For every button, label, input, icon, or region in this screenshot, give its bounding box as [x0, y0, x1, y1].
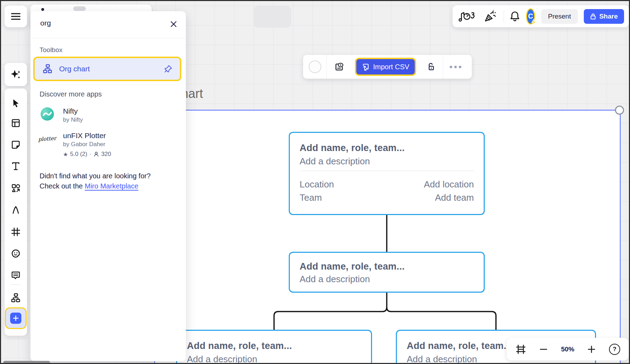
node-title[interactable]: Add name, role, team... — [300, 143, 405, 154]
comment-icon — [11, 270, 21, 280]
sparkle-icon — [10, 69, 22, 80]
app-installs: 320 — [101, 151, 111, 158]
board-header-dot — [41, 8, 44, 11]
node-title[interactable]: Add name, role, team... — [300, 261, 405, 272]
select-tool[interactable] — [5, 95, 27, 111]
apps-search-panel: org Toolbox Org chart Discover more apps… — [30, 11, 186, 361]
notifications-button[interactable] — [510, 9, 520, 24]
share-button[interactable]: Share — [584, 9, 624, 24]
ellipsis-icon — [450, 66, 461, 68]
upload-icon — [362, 63, 370, 71]
org-chart-tool[interactable] — [5, 290, 27, 306]
shapes-tool[interactable] — [5, 180, 27, 196]
node-title[interactable]: Add name, role, team... — [187, 341, 292, 351]
templates-icon — [11, 118, 21, 128]
lightning-badge-icon — [531, 19, 537, 26]
users-icon — [93, 151, 99, 157]
pin-icon[interactable] — [164, 64, 173, 73]
frame-resize-handle[interactable] — [615, 106, 624, 115]
close-panel-button[interactable] — [169, 20, 178, 29]
zoom-level[interactable]: 50% — [561, 345, 574, 353]
node-field-value[interactable]: Add location — [424, 179, 474, 190]
node-field-value[interactable]: Add team — [435, 192, 474, 203]
hamburger-icon — [10, 12, 21, 21]
node-field-label: Location — [300, 179, 334, 190]
zoom-in-button[interactable] — [586, 342, 597, 356]
meta-dot: · — [89, 151, 91, 158]
frame-tool[interactable] — [5, 224, 27, 240]
bell-icon — [510, 10, 520, 22]
frame-context-toolbar: Import CSV — [303, 55, 472, 79]
top-right-toolbar: C Present Share — [453, 5, 629, 27]
stickers-tool[interactable] — [5, 246, 27, 261]
check-out-text: Check out the — [40, 182, 83, 190]
text-tool[interactable] — [5, 158, 27, 174]
org-node-child-left[interactable]: Add name, role, team... Add a descriptio… — [176, 330, 372, 364]
sticky-note-tool[interactable] — [5, 137, 27, 152]
plus-icon — [587, 345, 596, 354]
node-title[interactable]: Add name, role, team... — [407, 341, 512, 351]
frame-icon — [11, 227, 21, 237]
hidden-toolbar-fragment — [253, 6, 291, 28]
help-glyph: ? — [613, 346, 616, 353]
org-node-middle[interactable]: Add name, role, team... Add a descriptio… — [289, 252, 485, 293]
main-menu-button[interactable] — [5, 6, 27, 27]
lock-button[interactable] — [420, 55, 443, 79]
node-field-label: Team — [300, 192, 322, 203]
reactions-button[interactable] — [483, 9, 498, 24]
node-description[interactable]: Add a description — [407, 354, 477, 364]
present-button[interactable]: Present — [541, 9, 578, 24]
unlock-icon — [426, 62, 436, 72]
org-chart-result-label: Org chart — [59, 65, 90, 73]
app-result-unfix-plotter[interactable]: plotter unFIX Plotter by Gabor Daher ★ 5… — [30, 131, 186, 161]
preview-visibility-button[interactable] — [327, 55, 351, 79]
text-icon — [11, 161, 21, 171]
frame-color-swatch[interactable] — [303, 55, 327, 79]
node-divider — [300, 171, 474, 171]
comment-tool[interactable] — [5, 267, 27, 283]
marketplace-line: Check out the Miro Marketplace — [40, 182, 138, 190]
templates-tool[interactable] — [5, 115, 27, 131]
pen-tool[interactable] — [5, 202, 27, 217]
sticker-smiley-icon — [11, 249, 21, 258]
node-description[interactable]: Add a description — [187, 354, 257, 364]
app-meta: ★ 5.0 (2) · 320 — [63, 151, 111, 158]
not-found-text: Didn't find what you are looking for? — [40, 172, 150, 180]
card-eye-icon — [334, 61, 345, 72]
import-csv-highlight: Import CSV — [355, 58, 416, 76]
search-input[interactable]: org — [40, 19, 51, 27]
search-result-org-chart[interactable]: Org chart — [35, 58, 180, 80]
app-author: by Nifty — [63, 116, 83, 123]
app-result-nifty[interactable]: Nifty by Nifty — [30, 107, 186, 127]
org-node-root[interactable]: Add name, role, team... Add a descriptio… — [289, 132, 485, 215]
color-swatch-icon — [309, 60, 321, 73]
more-options-button[interactable] — [443, 55, 468, 79]
minus-icon — [539, 345, 548, 354]
org-chart-icon — [42, 64, 53, 74]
add-apps-button[interactable] — [10, 313, 21, 324]
help-button[interactable]: ? — [609, 344, 620, 355]
node-description[interactable]: Add a description — [300, 274, 370, 285]
add-apps-highlight — [5, 307, 27, 329]
node-description[interactable]: Add a description — [300, 156, 370, 167]
board-header-pill — [73, 6, 86, 11]
horizontal-scrollbar[interactable] — [3, 361, 50, 364]
org-chart-icon — [10, 293, 21, 303]
zoom-out-button[interactable] — [538, 342, 549, 356]
avatar[interactable]: C — [526, 8, 535, 24]
miro-marketplace-link[interactable]: Miro Marketplace — [85, 182, 138, 190]
pen-icon — [11, 205, 21, 215]
ai-assistant-button[interactable] — [5, 63, 27, 86]
sticky-note-icon — [11, 140, 21, 150]
shapes-icon — [11, 183, 21, 193]
app-rating: 5.0 (2) — [70, 151, 87, 158]
cursor-icon — [11, 98, 21, 108]
toolbox-section-label: Toolbox — [40, 46, 63, 54]
fit-to-frame-button[interactable] — [515, 342, 526, 356]
import-csv-button[interactable]: Import CSV — [356, 59, 415, 74]
star-icon: ★ — [63, 151, 68, 158]
unfix-plotter-logo: plotter — [38, 135, 56, 143]
music-jam-button[interactable] — [457, 9, 477, 24]
share-label: Share — [599, 13, 618, 20]
close-icon — [169, 20, 178, 28]
